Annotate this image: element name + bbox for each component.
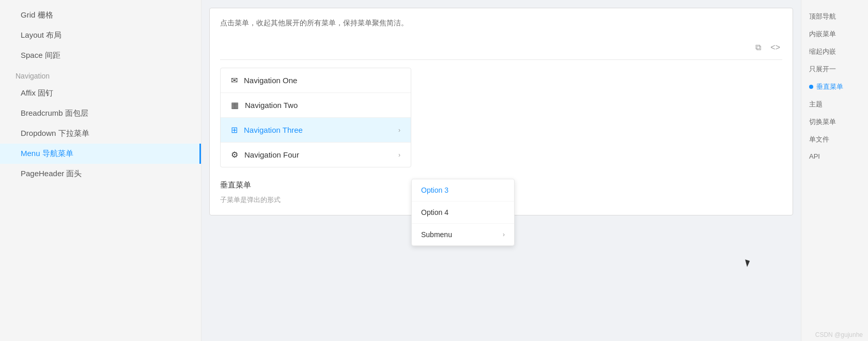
vertical-label-text: 垂直菜单 [220, 180, 251, 189]
toolbar: ⧉ <> [220, 36, 782, 60]
flyout-item-submenu[interactable]: Submenu › [412, 224, 514, 245]
sidebar-category-navigation: Navigation [0, 66, 201, 83]
option3-label: Option 3 [421, 186, 448, 194]
sidebar-item-pageheader[interactable]: PageHeader 面头 [0, 164, 201, 184]
flyout-menu: Option 3 Option 4 Submenu › [411, 179, 515, 246]
sidebar-item-space[interactable]: Space 间距 [0, 45, 201, 66]
left-sidebar: Grid 栅格 Layout 布局 Space 间距 Navigation Af… [0, 0, 202, 341]
nav-four-label: Navigation Four [244, 150, 299, 159]
calendar-icon: ▦ [231, 100, 239, 110]
sidebar-item-menu[interactable]: Menu 导航菜单 [0, 144, 201, 164]
menu-item-nav-two[interactable]: ▦ Navigation Two [221, 93, 411, 118]
right-sidebar-item-single[interactable]: 单文件 [807, 131, 863, 148]
demo-area: 点击菜单，收起其他展开的所有菜单，保持菜单聚焦简洁。 ⧉ <> ✉ Naviga… [209, 8, 793, 215]
grid-icon: ⊞ [231, 125, 238, 135]
menu-demo-container: ✉ Navigation One ▦ Navigation Two ⊞ Navi… [220, 68, 782, 167]
menu-item-nav-four[interactable]: ⚙ Navigation Four › [221, 143, 411, 167]
code-icon[interactable]: <> [768, 41, 782, 54]
active-dot [809, 85, 813, 89]
watermark: CSDN @gujunhe [815, 331, 863, 338]
sidebar-item-affix[interactable]: Affix 固钉 [0, 83, 201, 103]
right-sidebar: 顶部导航 内嵌菜单 缩起内嵌 只展开一 垂直菜单 主题 切换菜单 单文件 API [801, 0, 868, 341]
nav-four-arrow-icon: › [398, 151, 400, 159]
right-sidebar-item-only-expand[interactable]: 只展开一 [807, 60, 863, 78]
vertical-menu: ✉ Navigation One ▦ Navigation Two ⊞ Navi… [220, 68, 411, 167]
nav-one-label: Navigation One [244, 76, 297, 85]
sidebar-item-grid[interactable]: Grid 栅格 [0, 5, 201, 25]
collapse-label: 缩起内嵌 [809, 47, 836, 56]
right-sidebar-item-top-nav[interactable]: 顶部导航 [807, 8, 863, 25]
right-sidebar-item-collapse[interactable]: 缩起内嵌 [807, 43, 863, 60]
right-sidebar-item-inline-menu[interactable]: 内嵌菜单 [807, 25, 863, 43]
single-label: 单文件 [809, 135, 829, 144]
api-label: API [809, 152, 820, 160]
right-sidebar-item-theme[interactable]: 主题 [807, 96, 863, 113]
main-content: 点击菜单，收起其他展开的所有菜单，保持菜单聚焦简洁。 ⧉ <> ✉ Naviga… [202, 0, 801, 341]
menu-item-nav-three[interactable]: ⊞ Navigation Three › [221, 118, 411, 143]
inline-menu-label: 内嵌菜单 [809, 29, 836, 39]
only-expand-label: 只展开一 [809, 65, 836, 74]
right-sidebar-item-vertical[interactable]: 垂直菜单 [807, 78, 863, 96]
submenu-label: Submenu [421, 230, 452, 239]
nav-three-arrow-icon: › [398, 127, 400, 134]
flyout-item-option3[interactable]: Option 3 [412, 179, 514, 202]
right-sidebar-item-api[interactable]: API [807, 148, 863, 164]
flyout-item-option4[interactable]: Option 4 [412, 202, 514, 224]
nav-three-label: Navigation Three [244, 126, 303, 134]
sidebar-item-layout[interactable]: Layout 布局 [0, 25, 201, 45]
sidebar-item-breadcrumb[interactable]: Breadcrumb 面包层 [0, 103, 201, 123]
top-nav-label: 顶部导航 [809, 12, 836, 21]
mail-icon: ✉ [231, 75, 238, 85]
option4-label: Option 4 [421, 208, 448, 216]
copy-icon[interactable]: ⧉ [753, 41, 763, 54]
cursor-indicator [746, 259, 756, 273]
sidebar-item-dropdown[interactable]: Dropdown 下拉菜单 [0, 123, 201, 144]
menu-item-nav-one[interactable]: ✉ Navigation One [221, 68, 411, 93]
switch-label: 切换菜单 [809, 117, 836, 127]
right-sidebar-item-switch[interactable]: 切换菜单 [807, 113, 863, 131]
description-text: 点击菜单，收起其他展开的所有菜单，保持菜单聚焦简洁。 [220, 19, 782, 28]
vertical-label: 垂直菜单 [816, 82, 843, 91]
submenu-arrow-icon: › [503, 231, 505, 238]
settings-icon: ⚙ [231, 150, 238, 160]
theme-label: 主题 [809, 100, 823, 109]
nav-two-label: Navigation Two [245, 101, 298, 110]
